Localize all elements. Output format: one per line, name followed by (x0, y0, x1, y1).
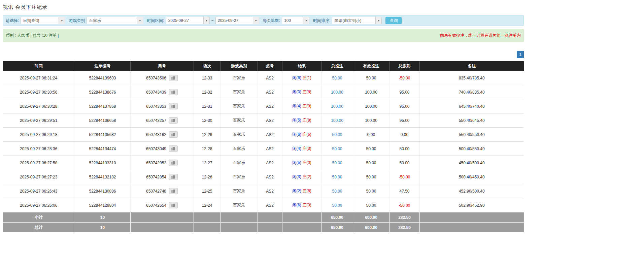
cell-table-number: AS2 (258, 71, 282, 85)
cell-valid-bet: 100.00 (353, 99, 389, 113)
cell-round: 650743353 (130, 99, 194, 113)
cell-time: 2025-09-27 06:31:24 (3, 71, 75, 85)
cell-session: 12-28 (194, 142, 221, 156)
view-cards-button[interactable] (169, 75, 178, 81)
player-result: 闲(6) (292, 132, 301, 137)
table-header-row: 时间注单编号局号场次游戏类别桌号结果总投注有效投注总派彩备注 (3, 61, 524, 71)
date-to-value: 2025-09-27 (216, 17, 253, 24)
cell-round: 650743162 (130, 128, 194, 142)
cell-round: 650742654 (130, 198, 194, 212)
chevron-down-icon[interactable]: ▾ (59, 17, 65, 24)
player-result: 闲(5) (292, 118, 301, 123)
pagination-page-button[interactable]: 1 (517, 51, 524, 58)
page-size-select[interactable]: 100 ▾ (282, 17, 309, 24)
cell-session: 12-25 (194, 184, 221, 198)
table-row: 2025-09-27 06:27:58522844133310650742952… (3, 156, 524, 170)
table-row: 2025-09-27 06:30:28522844137868650743353… (3, 99, 524, 113)
cell-table-number: AS2 (258, 85, 282, 99)
empty-cell (130, 212, 194, 223)
view-cards-button[interactable] (169, 145, 178, 152)
total-bet-link[interactable]: 50.00 (332, 203, 342, 208)
cell-valid-bet: 50.00 (353, 184, 389, 198)
date-from-select[interactable]: 2025-09-27 ▾ (166, 17, 210, 24)
total-bet-link[interactable]: 100.00 (331, 104, 343, 109)
view-cards-button[interactable] (169, 188, 178, 194)
cell-note: 835.40/785.40 (419, 71, 524, 85)
cell-bet-id: 522844139603 (75, 71, 130, 85)
banker-result: 庄(3) (302, 203, 311, 207)
cell-result: 闲(4) 庄(9) (282, 99, 321, 113)
cell-total-bet: 50.00 (321, 142, 353, 156)
empty-cell (221, 212, 258, 223)
round-number: 650743162 (146, 132, 166, 137)
total-bet-link[interactable]: 50.00 (332, 189, 342, 194)
sort-order-select[interactable]: 降幂(由大到小) ▾ (332, 17, 382, 24)
cell-time: 2025-09-27 06:28:36 (3, 142, 75, 156)
view-cards-button[interactable] (169, 202, 178, 208)
banker-result: 庄(8) (302, 118, 311, 123)
total-count: 10 (75, 223, 130, 233)
round-number: 650742654 (146, 203, 166, 208)
column-header: 总投注 (321, 61, 353, 71)
cell-table-number: AS2 (258, 184, 282, 198)
total-bet-link[interactable]: 50.00 (332, 146, 342, 151)
table-row: 2025-09-27 06:31:24522844139603650743506… (3, 71, 524, 85)
chevron-down-icon[interactable]: ▾ (375, 17, 381, 24)
cell-bet-id: 522844133310 (75, 156, 130, 170)
view-cards-button[interactable] (169, 160, 178, 166)
total-bet-link[interactable]: 50.00 (332, 161, 342, 165)
cards-icon (171, 90, 176, 94)
date-to-select[interactable]: 2025-09-27 ▾ (215, 17, 259, 24)
banker-result: 庄(0) (302, 160, 311, 165)
cell-bet-id: 522844138676 (75, 85, 130, 99)
cell-table-number: AS2 (258, 198, 282, 212)
table-row: 2025-09-27 06:28:36522844134474650743049… (3, 142, 524, 156)
player-result: 闲(0) (292, 90, 301, 94)
subtotal-payout: 282.50 (389, 212, 419, 223)
subtotal-label: 小计 (3, 212, 75, 223)
cell-round: 650742748 (130, 184, 194, 198)
total-bet-link[interactable]: 50.00 (332, 132, 342, 137)
cell-note: 645.40/740.40 (419, 99, 524, 113)
banker-result: 庄(6) (302, 132, 311, 137)
view-cards-button[interactable] (169, 103, 178, 109)
empty-cell (221, 223, 258, 233)
page-title: 视讯 会员下注纪录 (3, 4, 524, 10)
chevron-down-icon[interactable]: ▾ (137, 17, 143, 24)
view-cards-button[interactable] (169, 131, 178, 138)
date-range-separator: ~ (211, 18, 214, 23)
cell-total-bet: 100.00 (321, 99, 353, 113)
cell-game-type: 百家乐 (221, 85, 258, 99)
view-cards-button[interactable] (169, 89, 178, 95)
cell-time: 2025-09-27 06:27:58 (3, 156, 75, 170)
cell-bet-id: 522844129804 (75, 198, 130, 212)
game-type-select[interactable]: 百家乐 ▾ (87, 17, 143, 24)
cell-payout: 47.50 (389, 184, 419, 198)
total-bet-link[interactable]: 100.00 (331, 118, 343, 123)
total-bet-link[interactable]: 50.00 (332, 175, 342, 179)
view-cards-button[interactable] (169, 117, 178, 124)
cell-note: 500.40/550.40 (419, 142, 524, 156)
total-bet-link[interactable]: 50.00 (332, 76, 342, 80)
player-result: 闲(3) (292, 174, 301, 179)
chevron-down-icon[interactable]: ▾ (253, 17, 259, 24)
cell-session: 12-24 (194, 198, 221, 212)
cards-icon (171, 133, 176, 137)
cell-total-bet: 50.00 (321, 71, 353, 85)
view-cards-button[interactable] (169, 174, 178, 180)
empty-cell (258, 223, 282, 233)
chevron-down-icon[interactable]: ▾ (303, 17, 309, 24)
cell-time: 2025-09-27 06:29:18 (3, 128, 75, 142)
payout-value: -50.00 (399, 76, 410, 80)
cell-result: 闲(0) 庄(8) (282, 85, 321, 99)
cell-result: 闲(6) 庄(1) (282, 71, 321, 85)
chevron-down-icon[interactable]: ▾ (203, 17, 209, 24)
query-type-select[interactable]: 日期查询 ▾ (21, 17, 65, 24)
cell-valid-bet: 50.00 (353, 142, 389, 156)
cell-round: 650743257 (130, 113, 194, 128)
banker-result: 庄(2) (302, 174, 311, 179)
search-button[interactable]: 查询 (385, 17, 402, 24)
cell-total-bet: 50.00 (321, 170, 353, 184)
total-bet-link[interactable]: 100.00 (331, 90, 343, 95)
cards-icon (171, 76, 176, 80)
